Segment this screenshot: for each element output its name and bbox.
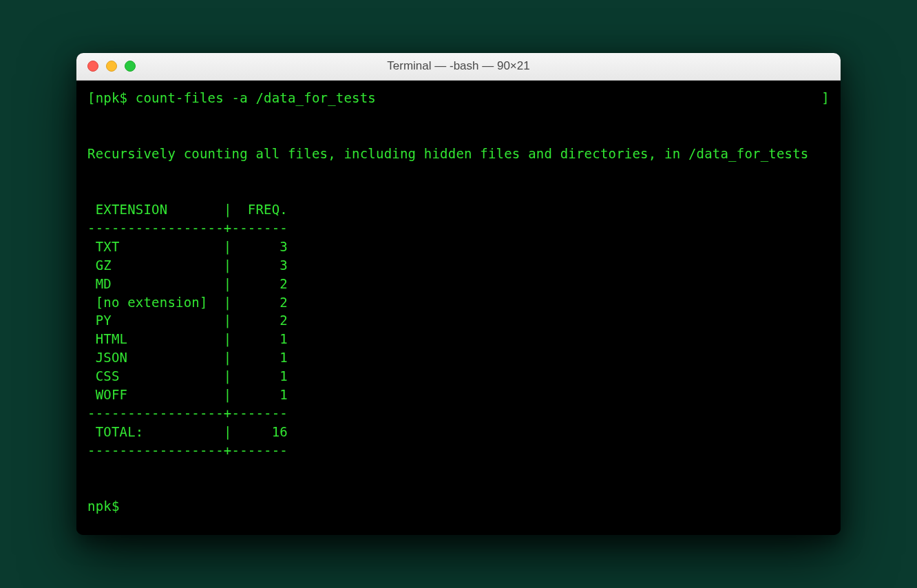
output-message: Recursively counting all files, includin… (87, 146, 809, 161)
total-value: 16 (232, 424, 288, 439)
table-header: EXTENSION | FREQ. (87, 202, 288, 217)
terminal-content[interactable]: [npk$ count-files -a /data_for_tests] Re… (76, 81, 841, 535)
table-rows: TXT | 3 GZ | 3 MD | 2 [no extension] | 2… (87, 239, 288, 403)
prompt-bracket-close: ] (821, 89, 830, 107)
window-title: Terminal — -bash — 90×21 (76, 59, 841, 73)
minimize-icon[interactable] (106, 61, 117, 72)
terminal-output: [npk$ count-files -a /data_for_tests] Re… (87, 89, 830, 516)
prompt-bracket-open: [ (87, 90, 96, 105)
traffic-lights (76, 61, 136, 72)
command-text: count-files -a /data_for_tests (136, 90, 376, 105)
divider: -----------------+------- (87, 443, 288, 458)
window-titlebar: Terminal — -bash — 90×21 (76, 53, 841, 81)
zoom-icon[interactable] (125, 61, 136, 72)
divider: -----------------+------- (87, 220, 288, 235)
divider: -----------------+------- (87, 406, 288, 421)
header-freq: FREQ. (248, 202, 288, 217)
header-extension: EXTENSION (96, 202, 224, 217)
next-prompt: npk$ (87, 498, 127, 514)
close-icon[interactable] (87, 61, 98, 72)
prompt: npk$ (96, 90, 128, 105)
terminal-window: Terminal — -bash — 90×21 [npk$ count-fil… (76, 53, 841, 535)
total-label: TOTAL: (96, 424, 224, 439)
